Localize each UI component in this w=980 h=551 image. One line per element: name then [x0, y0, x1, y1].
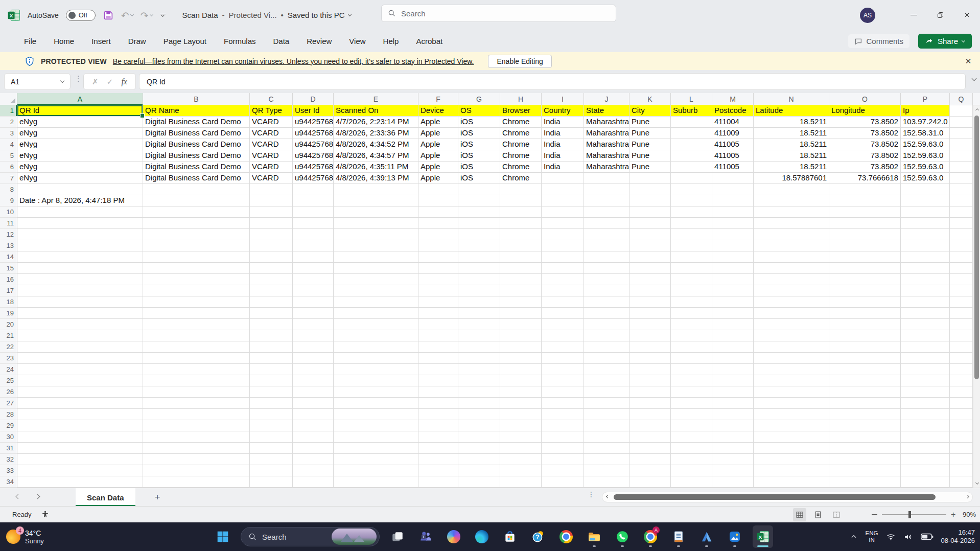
cell-L27[interactable]: [671, 398, 712, 409]
cell-J25[interactable]: [584, 375, 629, 386]
cell-J22[interactable]: [584, 341, 629, 353]
cell-C15[interactable]: [250, 263, 293, 274]
cell-C20[interactable]: [250, 319, 293, 330]
cell-B28[interactable]: [143, 409, 250, 420]
cell-J24[interactable]: [584, 364, 629, 375]
saved-status-button[interactable]: Saved to this PC: [288, 11, 351, 19]
row-header-11[interactable]: 11: [0, 218, 17, 229]
cell-Q27[interactable]: [950, 398, 973, 409]
cell-N18[interactable]: [754, 296, 829, 308]
cell-C33[interactable]: [250, 465, 293, 476]
row-header-26[interactable]: 26: [0, 386, 17, 398]
cell-C32[interactable]: [250, 454, 293, 465]
cell-G15[interactable]: [458, 263, 500, 274]
cell-E19[interactable]: [334, 308, 418, 319]
row-header-28[interactable]: 28: [0, 409, 17, 420]
cell-F27[interactable]: [418, 398, 458, 409]
cell-Q2[interactable]: [950, 117, 973, 128]
cell-H32[interactable]: [500, 454, 542, 465]
cell-D11[interactable]: [293, 218, 334, 229]
cell-B34[interactable]: [143, 476, 250, 488]
ribbon-tab-file[interactable]: File: [15, 33, 45, 50]
save-icon[interactable]: [103, 10, 114, 21]
cell-L4[interactable]: [671, 139, 712, 150]
cell-H2[interactable]: Chrome: [500, 117, 542, 128]
cell-E33[interactable]: [334, 465, 418, 476]
cell-N3[interactable]: 18.5211: [754, 128, 829, 139]
cell-E25[interactable]: [334, 375, 418, 386]
column-header-O[interactable]: O: [829, 93, 901, 105]
cell-M18[interactable]: [712, 296, 754, 308]
cell-L21[interactable]: [671, 330, 712, 341]
row-header-4[interactable]: 4: [0, 139, 17, 150]
cell-O29[interactable]: [829, 420, 901, 431]
row-header-23[interactable]: 23: [0, 353, 17, 364]
cell-N10[interactable]: [754, 206, 829, 218]
cell-G7[interactable]: iOS: [458, 173, 500, 184]
cell-A25[interactable]: [17, 375, 143, 386]
cell-G19[interactable]: [458, 308, 500, 319]
cell-N27[interactable]: [754, 398, 829, 409]
cell-P5[interactable]: 152.59.63.0: [901, 150, 950, 162]
cell-I5[interactable]: India: [542, 150, 584, 162]
row-header-1[interactable]: 1: [0, 105, 17, 117]
cell-I7[interactable]: [542, 173, 584, 184]
autosave-toggle[interactable]: Off: [66, 10, 96, 21]
cell-I8[interactable]: [542, 184, 584, 195]
cell-M13[interactable]: [712, 240, 754, 251]
cell-E5[interactable]: 4/8/2026, 4:34:57 PM: [334, 150, 418, 162]
cell-C30[interactable]: [250, 431, 293, 443]
cell-K25[interactable]: [629, 375, 671, 386]
cell-N19[interactable]: [754, 308, 829, 319]
cell-O31[interactable]: [829, 443, 901, 454]
cell-P1[interactable]: Ip: [901, 105, 950, 117]
cell-B24[interactable]: [143, 364, 250, 375]
formula-bar-drag-handle[interactable]: ⋮: [75, 76, 82, 82]
cell-G34[interactable]: [458, 476, 500, 488]
cell-F2[interactable]: Apple: [418, 117, 458, 128]
cell-B4[interactable]: Digital Business Card Demo: [143, 139, 250, 150]
cell-C26[interactable]: [250, 386, 293, 398]
cell-L7[interactable]: [671, 173, 712, 184]
cell-M10[interactable]: [712, 206, 754, 218]
chrome-icon[interactable]: [556, 525, 576, 548]
cell-I11[interactable]: [542, 218, 584, 229]
cell-D21[interactable]: [293, 330, 334, 341]
cell-N1[interactable]: Latitude: [754, 105, 829, 117]
row-header-15[interactable]: 15: [0, 263, 17, 274]
cell-K20[interactable]: [629, 319, 671, 330]
clock[interactable]: 16:47 08-04-2026: [941, 529, 975, 545]
cell-F32[interactable]: [418, 454, 458, 465]
cell-O5[interactable]: 73.8502: [829, 150, 901, 162]
whatsapp-icon[interactable]: [612, 525, 633, 548]
cell-D4[interactable]: u94425768: [293, 139, 334, 150]
cell-E9[interactable]: [334, 195, 418, 206]
column-header-B[interactable]: B: [143, 93, 250, 105]
cell-N29[interactable]: [754, 420, 829, 431]
cell-Q3[interactable]: [950, 128, 973, 139]
cell-P3[interactable]: 152.58.31.0: [901, 128, 950, 139]
cell-E31[interactable]: [334, 443, 418, 454]
cell-D18[interactable]: [293, 296, 334, 308]
cell-G13[interactable]: [458, 240, 500, 251]
cell-P28[interactable]: [901, 409, 950, 420]
cell-M30[interactable]: [712, 431, 754, 443]
cell-N28[interactable]: [754, 409, 829, 420]
row-header-16[interactable]: 16: [0, 274, 17, 285]
row-header-32[interactable]: 32: [0, 454, 17, 465]
scroll-left-icon[interactable]: [603, 492, 612, 502]
row-header-29[interactable]: 29: [0, 420, 17, 431]
cell-G29[interactable]: [458, 420, 500, 431]
cell-B17[interactable]: [143, 285, 250, 296]
cell-K17[interactable]: [629, 285, 671, 296]
cell-K13[interactable]: [629, 240, 671, 251]
cell-O12[interactable]: [829, 229, 901, 240]
share-button[interactable]: Share: [918, 34, 972, 49]
cell-I31[interactable]: [542, 443, 584, 454]
cell-E12[interactable]: [334, 229, 418, 240]
cell-P20[interactable]: [901, 319, 950, 330]
ribbon-tab-help[interactable]: Help: [375, 33, 408, 50]
cell-I29[interactable]: [542, 420, 584, 431]
volume-icon[interactable]: [903, 532, 913, 542]
undo-button[interactable]: ↶: [121, 10, 133, 21]
